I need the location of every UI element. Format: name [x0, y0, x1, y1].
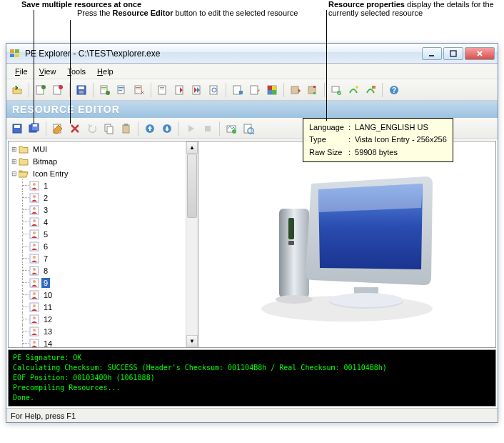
statusbar-text: For Help, press F1	[11, 412, 76, 420]
tree-item[interactable]: 1	[10, 179, 184, 191]
svg-point-70	[33, 207, 36, 210]
svg-rect-4	[429, 55, 434, 56]
tree-node-label: MUI	[31, 144, 49, 154]
svg-point-68	[33, 195, 36, 198]
tree-item[interactable]: 8	[10, 264, 184, 277]
svg-rect-56	[123, 125, 129, 133]
tree-item[interactable]: 4	[10, 216, 184, 228]
open-button[interactable]	[9, 82, 25, 98]
save-multiple-button[interactable]	[26, 121, 42, 136]
tool-btn-14[interactable]	[264, 82, 280, 98]
svg-rect-22	[136, 87, 141, 88]
preview-icon	[247, 162, 447, 327]
menu-tools[interactable]: Tools	[61, 66, 91, 77]
tree-toggle[interactable]: ⊞	[10, 146, 19, 153]
tree-item[interactable]: 12	[10, 313, 184, 325]
tree-item[interactable]: 13	[10, 325, 184, 337]
tree-item[interactable]: 9	[10, 277, 184, 289]
paste-button[interactable]	[119, 121, 134, 136]
resource-tree[interactable]: ⊞MUI⊞Bitmap⊟Icon Entry123456789101112131…	[9, 141, 186, 347]
tool-btn-19[interactable]	[363, 82, 378, 98]
tool-btn-7[interactable]	[131, 82, 147, 98]
scroll-up-button[interactable]: ▲	[186, 141, 198, 154]
tree-scrollbar[interactable]: ▲ ▼	[186, 141, 198, 347]
maximize-button[interactable]	[443, 47, 463, 60]
tool-btn-17[interactable]	[328, 82, 344, 98]
tool-btn-16[interactable]	[305, 82, 321, 98]
annotation-left-sub2: Resource Editor	[113, 9, 173, 17]
tooltip-key: Type	[309, 134, 347, 145]
console-line: PE Signature: OK	[13, 353, 491, 363]
close-button[interactable]	[465, 47, 495, 60]
icon-entry-icon	[29, 181, 39, 191]
tool-btn-3[interactable]	[50, 82, 66, 98]
svg-point-66	[33, 183, 36, 186]
svg-rect-38	[291, 86, 298, 94]
nav-down-button[interactable]	[159, 121, 175, 136]
edit-resource-button[interactable]	[50, 121, 66, 136]
svg-rect-19	[119, 89, 124, 89]
tool-btn-15[interactable]	[288, 82, 303, 98]
menu-help[interactable]: Help	[91, 66, 119, 77]
svg-rect-23	[136, 89, 141, 89]
undo-button[interactable]	[84, 121, 100, 136]
tree-toggle[interactable]: ⊞	[10, 158, 19, 165]
help-button[interactable]: ?	[386, 82, 402, 98]
svg-rect-45	[372, 86, 376, 89]
tree-item[interactable]: 5	[10, 228, 184, 240]
scroll-thumb[interactable]	[187, 154, 197, 218]
menu-view[interactable]: View	[34, 66, 62, 77]
svg-rect-41	[313, 92, 316, 94]
tool-btn-11[interactable]	[206, 82, 222, 98]
tool-btn-10[interactable]	[189, 82, 205, 98]
tool-btn-9[interactable]	[172, 82, 188, 98]
save-button[interactable]	[74, 82, 89, 98]
scroll-down-button[interactable]: ▼	[186, 335, 198, 347]
svg-rect-17	[118, 86, 124, 94]
preview-panel	[198, 141, 495, 347]
tree-item[interactable]: 7	[10, 252, 184, 264]
tree-toggle[interactable]: ⊟	[10, 170, 19, 177]
svg-point-43	[337, 91, 341, 95]
tree-item[interactable]: 11	[10, 301, 184, 313]
svg-rect-0	[10, 49, 14, 53]
stop-button[interactable]	[200, 121, 216, 136]
icon-entry-icon	[29, 254, 39, 264]
tool-btn-2[interactable]	[33, 82, 49, 98]
tree-item[interactable]: 14	[10, 337, 184, 347]
tree-item[interactable]: 3	[10, 204, 184, 216]
svg-point-84	[33, 292, 36, 295]
tree-folder[interactable]: ⊟Icon Entry	[10, 167, 184, 179]
tree-item[interactable]: 2	[10, 191, 184, 204]
statusbar: For Help, press F1	[6, 408, 498, 422]
play-button[interactable]	[183, 121, 198, 136]
tool-btn-13[interactable]	[247, 82, 263, 98]
tool-btn-5[interactable]	[97, 82, 113, 98]
delete-button[interactable]	[67, 121, 83, 136]
tree-item[interactable]: 10	[10, 289, 184, 301]
titlebar[interactable]: PE Explorer - C:\TEST\explorer.exe	[6, 44, 498, 64]
folder-icon	[19, 157, 29, 166]
resource-tree-panel: ⊞MUI⊞Bitmap⊟Icon Entry123456789101112131…	[9, 141, 198, 347]
tree-folder[interactable]: ⊞MUI	[10, 143, 184, 155]
copy-button[interactable]	[101, 121, 117, 136]
svg-rect-14	[101, 87, 106, 88]
save-resource-button[interactable]	[9, 121, 25, 136]
annotation-left-title: Save multiple resources at once	[21, 0, 141, 9]
tool-btn-12[interactable]	[230, 82, 246, 98]
svg-point-82	[33, 280, 36, 283]
tree-item[interactable]: 6	[10, 240, 184, 252]
properties-button[interactable]	[241, 121, 256, 136]
tool-btn-18[interactable]	[346, 82, 361, 98]
nav-up-button[interactable]	[142, 121, 158, 136]
tree-folder[interactable]: ⊞Bitmap	[10, 155, 184, 167]
icon-entry-icon	[29, 266, 39, 276]
minimize-button[interactable]	[422, 47, 442, 60]
menu-file[interactable]: File	[9, 66, 34, 77]
tool2-btn-13[interactable]	[223, 121, 239, 136]
console-line: EOF Position: 00103400h (1061888)	[13, 373, 491, 383]
app-icon	[9, 48, 21, 59]
tree-node-label: 12	[41, 314, 54, 324]
tool-btn-8[interactable]	[155, 82, 171, 98]
tool-btn-6[interactable]	[114, 82, 130, 98]
